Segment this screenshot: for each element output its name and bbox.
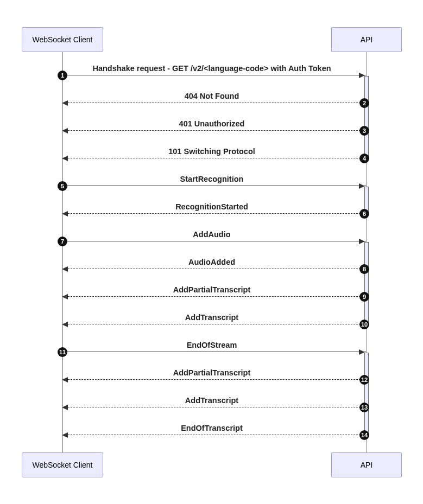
sequence-number: 9 (359, 292, 369, 302)
message: AddTranscript10 (62, 313, 361, 325)
message-label: AddTranscript (62, 396, 361, 407)
arrow-left-icon (62, 322, 68, 327)
arrow-right-icon (359, 183, 365, 189)
message-line: 14 (62, 435, 366, 436)
actor-label: WebSocket Client (32, 461, 92, 469)
message-line: 1 (62, 75, 366, 76)
message: 101 Switching Protocol4 (62, 147, 361, 159)
sequence-number: 10 (359, 320, 369, 329)
message-line: 12 (62, 379, 366, 380)
message-label: EndOfTranscript (62, 424, 361, 435)
message: AudioAdded8 (62, 258, 361, 270)
arrow-left-icon (62, 266, 68, 272)
message: AddAudio7 (62, 230, 361, 242)
actor-api-top: API (331, 27, 402, 52)
arrow-left-icon (62, 100, 68, 106)
arrow-left-icon (62, 156, 68, 161)
message-label: Handshake request - GET /v2/<language-co… (62, 64, 361, 75)
message: RecognitionStarted6 (62, 202, 361, 214)
message-line: 10 (62, 324, 366, 325)
message-label: AddPartialTranscript (62, 368, 361, 379)
message-line: 3 (62, 130, 366, 131)
message-line: 4 (62, 158, 366, 159)
message-label: 401 Unauthorized (62, 119, 361, 130)
message: EndOfStream11 (62, 341, 361, 353)
sequence-diagram: WebSocket Client API WebSocket Client AP… (22, 27, 402, 477)
message-label: 404 Not Found (62, 92, 361, 103)
message-label: RecognitionStarted (62, 202, 361, 213)
message-label: AddAudio (62, 230, 361, 241)
message: AddPartialTranscript12 (62, 368, 361, 380)
message: AddTranscript13 (62, 396, 361, 408)
message-line: 5 (62, 186, 366, 187)
sequence-number: 11 (58, 347, 67, 357)
sequence-number: 3 (359, 126, 369, 136)
arrow-left-icon (62, 405, 68, 410)
sequence-number: 14 (359, 430, 369, 440)
activation-bar (364, 353, 369, 437)
message: StartRecognition5 (62, 175, 361, 187)
arrow-left-icon (62, 432, 68, 438)
message-line: 2 (62, 103, 366, 104)
message-label: AddTranscript (62, 313, 361, 324)
sequence-number: 2 (359, 98, 369, 108)
sequence-number: 13 (359, 403, 369, 412)
sequence-number: 7 (58, 237, 67, 246)
actor-client-bottom: WebSocket Client (22, 452, 103, 477)
arrow-left-icon (62, 377, 68, 382)
message-label: AddPartialTranscript (62, 285, 361, 296)
sequence-number: 6 (359, 209, 369, 219)
arrow-left-icon (62, 128, 68, 133)
message-line: 6 (62, 213, 366, 214)
arrow-left-icon (62, 294, 68, 299)
actor-label: API (361, 35, 373, 44)
message-label: StartRecognition (62, 175, 361, 186)
arrow-left-icon (62, 211, 68, 216)
message-label: 101 Switching Protocol (62, 147, 361, 158)
arrow-right-icon (359, 239, 365, 244)
sequence-number: 4 (359, 154, 369, 163)
activation-bar (364, 76, 369, 160)
actor-api-bottom: API (331, 452, 402, 477)
sequence-number: 12 (359, 375, 369, 385)
arrow-right-icon (359, 73, 365, 78)
message-line: 7 (62, 241, 366, 242)
actor-label: API (361, 461, 373, 469)
message-line: 13 (62, 407, 366, 408)
arrow-right-icon (359, 349, 365, 355)
message-line: 11 (62, 352, 366, 353)
sequence-number: 5 (58, 181, 67, 191)
lifeline-client (62, 52, 63, 452)
activation-bar (364, 242, 369, 326)
message-line: 8 (62, 269, 366, 270)
message-label: AudioAdded (62, 258, 361, 269)
message-line: 9 (62, 296, 366, 297)
message: Handshake request - GET /v2/<language-co… (62, 64, 361, 76)
actor-client-top: WebSocket Client (22, 27, 103, 52)
sequence-number: 1 (58, 71, 67, 80)
message-label: EndOfStream (62, 341, 361, 352)
actor-label: WebSocket Client (32, 35, 92, 44)
message: 401 Unauthorized3 (62, 119, 361, 131)
message: 404 Not Found2 (62, 92, 361, 104)
message: AddPartialTranscript9 (62, 285, 361, 297)
sequence-number: 8 (359, 264, 369, 274)
message: EndOfTranscript14 (62, 424, 361, 436)
